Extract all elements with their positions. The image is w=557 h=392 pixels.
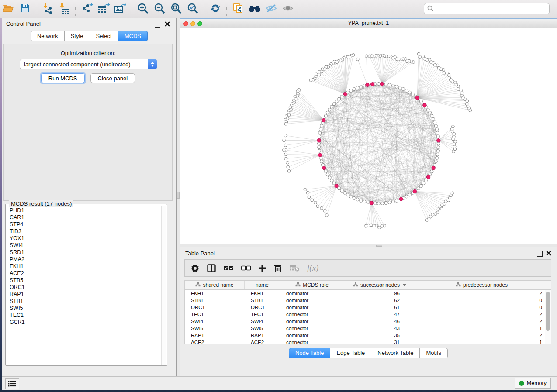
cell-successor-nodes[interactable]: 62: [344, 298, 415, 303]
export-table-button[interactable]: [95, 1, 112, 17]
mcds-result-item[interactable]: TID3: [10, 228, 162, 235]
show-all-button[interactable]: [280, 1, 296, 17]
export-image-button[interactable]: [112, 1, 128, 17]
cell-MCDS-role[interactable]: dominator: [280, 319, 344, 324]
mcds-result-item[interactable]: STP4: [10, 221, 162, 228]
mcds-result-item[interactable]: RAP1: [10, 291, 162, 298]
tab-mcds[interactable]: MCDS: [118, 31, 148, 41]
table-scrollbar[interactable]: [545, 290, 551, 344]
tab-edge-table[interactable]: Edge Table: [330, 348, 371, 358]
cell-successor-nodes[interactable]: 61: [344, 305, 415, 310]
hide-selected-button[interactable]: [263, 1, 280, 17]
add-column-button[interactable]: [259, 265, 266, 272]
cell-MCDS-role[interactable]: connector: [280, 326, 344, 331]
mcds-result-item[interactable]: SWI4: [10, 242, 162, 249]
cell-shared-name[interactable]: SWI4: [185, 319, 245, 324]
mcds-result-item[interactable]: ORC1: [10, 284, 162, 291]
mcds-result-item[interactable]: YOX1: [10, 235, 162, 242]
cell-MCDS-role[interactable]: dominator: [280, 333, 344, 338]
column-header-name[interactable]: name: [245, 281, 280, 289]
open-file-button[interactable]: [0, 1, 17, 17]
cell-shared-name[interactable]: FKH1: [185, 291, 245, 296]
save-session-button[interactable]: [17, 1, 33, 17]
splitter-handle[interactable]: [376, 245, 382, 247]
search-box[interactable]: [424, 3, 550, 14]
zoom-fit-button[interactable]: [168, 1, 184, 17]
cell-shared-name[interactable]: ACE2: [185, 340, 245, 344]
cell-predecessor-nodes[interactable]: 2: [415, 312, 548, 317]
mcds-list-scrollbar[interactable]: [161, 206, 166, 365]
table-row[interactable]: STB1STB1dominator620: [185, 297, 551, 304]
cell-shared-name[interactable]: SWI5: [185, 326, 245, 331]
mcds-result-item[interactable]: STB1: [10, 298, 162, 305]
mcds-result-item[interactable]: SWI5: [10, 305, 162, 312]
import-network-button[interactable]: [39, 1, 56, 17]
cell-name[interactable]: TEC1: [245, 312, 280, 317]
table-row[interactable]: RAP1RAP1dominator352: [185, 332, 551, 339]
mcds-result-item[interactable]: PMA2: [10, 256, 162, 263]
table-row[interactable]: ACE2ACE2connector311: [185, 339, 551, 344]
table-row[interactable]: SWI4SWI4dominator462: [185, 318, 551, 325]
column-header-MCDS-role[interactable]: MCDS role: [280, 281, 344, 289]
cell-name[interactable]: FKH1: [245, 291, 280, 296]
cell-shared-name[interactable]: RAP1: [185, 333, 245, 338]
cell-MCDS-role[interactable]: dominator: [280, 305, 344, 310]
tab-motifs[interactable]: Motifs: [420, 348, 448, 358]
select-all-button[interactable]: [224, 265, 233, 271]
network-window-titlebar[interactable]: YPA_prune.txt_1: [180, 19, 557, 29]
cell-predecessor-nodes[interactable]: 1: [415, 340, 548, 344]
zoom-in-button[interactable]: [135, 1, 151, 17]
column-header-predecessor-nodes[interactable]: predecessor nodes: [415, 281, 548, 289]
cell-successor-nodes[interactable]: 43: [344, 326, 415, 331]
cell-shared-name[interactable]: STB1: [185, 298, 245, 303]
table-row[interactable]: ORC1ORC1dominator610: [185, 304, 551, 311]
new-network-from-selection-button[interactable]: [230, 1, 246, 17]
mcds-result-item[interactable]: GCR1: [10, 319, 162, 326]
cell-name[interactable]: RAP1: [245, 333, 280, 338]
cell-predecessor-nodes[interactable]: 0: [415, 298, 548, 303]
table-row[interactable]: SWI5SWI5connector431: [185, 325, 551, 332]
cell-MCDS-role[interactable]: connector: [280, 312, 344, 317]
float-panel-icon[interactable]: [537, 251, 543, 257]
network-canvas[interactable]: [180, 28, 557, 244]
mcds-result-item[interactable]: ACE2: [10, 270, 162, 277]
mcds-result-item[interactable]: TEC1: [10, 312, 162, 319]
cell-successor-nodes[interactable]: 31: [344, 340, 415, 344]
cell-name[interactable]: SWI4: [245, 319, 280, 324]
delete-column-button[interactable]: [274, 264, 282, 272]
close-panel-icon[interactable]: [546, 250, 552, 256]
table-settings-button[interactable]: [191, 264, 199, 272]
cell-successor-nodes[interactable]: 46: [344, 319, 415, 324]
cell-name[interactable]: ACE2: [245, 340, 280, 344]
export-network-button[interactable]: [79, 1, 95, 17]
cell-successor-nodes[interactable]: 96: [344, 291, 415, 296]
search-input[interactable]: [434, 5, 547, 13]
cell-predecessor-nodes[interactable]: 2: [415, 291, 548, 296]
cell-predecessor-nodes[interactable]: 2: [415, 333, 548, 338]
zoom-out-button[interactable]: [151, 1, 168, 17]
cell-MCDS-role[interactable]: dominator: [280, 291, 344, 296]
close-panel-icon[interactable]: [164, 21, 170, 27]
run-mcds-button[interactable]: Run MCDS: [41, 73, 85, 83]
tab-style[interactable]: Style: [65, 31, 90, 41]
refresh-view-button[interactable]: [207, 1, 224, 17]
cell-name[interactable]: ORC1: [245, 305, 280, 310]
optimization-criterion-select[interactable]: largest connected component (undirected): [20, 59, 157, 69]
tab-node-table[interactable]: Node Table: [289, 348, 331, 358]
clear-all-button[interactable]: [241, 265, 251, 271]
column-header-shared-name[interactable]: shared name: [185, 281, 245, 289]
cell-shared-name[interactable]: ORC1: [185, 305, 245, 310]
memory-button[interactable]: Memory: [515, 378, 551, 389]
tab-network[interactable]: Network: [31, 31, 65, 41]
cell-MCDS-role[interactable]: connector: [280, 340, 344, 344]
cell-name[interactable]: SWI5: [245, 326, 280, 331]
cell-successor-nodes[interactable]: 35: [344, 333, 415, 338]
column-header-successor-nodes[interactable]: successor nodes: [344, 281, 415, 289]
mcds-result-item[interactable]: CAR1: [10, 214, 162, 221]
cell-predecessor-nodes[interactable]: 0: [415, 305, 548, 310]
zoom-selected-button[interactable]: [184, 1, 201, 17]
cell-MCDS-role[interactable]: dominator: [280, 298, 344, 303]
task-history-button[interactable]: [5, 378, 19, 389]
toggle-columns-button[interactable]: [207, 264, 216, 272]
table-row[interactable]: FKH1FKH1dominator962: [185, 290, 551, 297]
